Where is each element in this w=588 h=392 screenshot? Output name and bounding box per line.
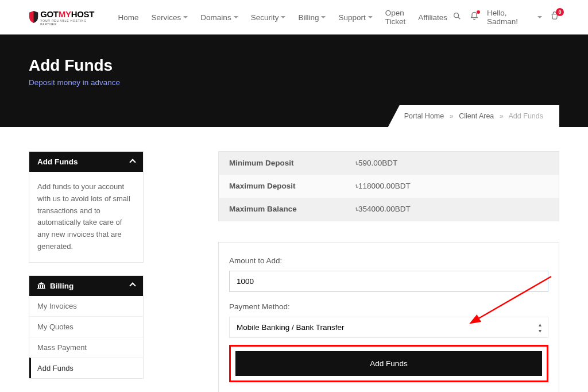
add-funds-panel: Add Funds Add funds to your account with… <box>29 151 144 263</box>
breadcrumb-home[interactable]: Portal Home <box>404 112 444 120</box>
cart-badge: 0 <box>556 8 564 16</box>
info-label: Maximum Balance <box>229 205 355 214</box>
info-label: Maximum Deposit <box>229 182 355 191</box>
nav-support[interactable]: Support <box>333 4 377 30</box>
nav-security[interactable]: Security <box>246 4 291 30</box>
payment-method-select[interactable]: Mobile Banking / Bank Transfer <box>229 317 548 338</box>
page-title: Add Funds <box>29 56 559 75</box>
svg-point-0 <box>454 13 459 18</box>
add-funds-panel-header[interactable]: Add Funds <box>29 152 143 172</box>
notification-dot <box>477 10 480 14</box>
add-funds-form: Amount to Add: Payment Method: Mobile Ba… <box>218 242 559 392</box>
billing-panel-title: Billing <box>50 282 74 290</box>
logo-tagline: YOUR RELIABLE HOSTING PARTNER <box>40 19 101 26</box>
sidebar-item-quotes[interactable]: My Quotes <box>29 316 143 337</box>
caret-icon <box>321 16 326 18</box>
top-nav: GOTMYHOST YOUR RELIABLE HOSTING PARTNER … <box>0 0 588 34</box>
sidebar-item-invoices[interactable]: My Invoices <box>29 296 143 316</box>
info-value: ৳118000.00BDT <box>355 182 411 191</box>
nav-open-ticket[interactable]: Open Ticket <box>380 4 411 30</box>
logo-text-1: GOT <box>40 9 59 19</box>
info-row-max-balance: Maximum Balance ৳354000.00BDT <box>219 198 559 221</box>
billing-panel-header[interactable]: Billing <box>29 276 143 296</box>
logo-text-2: MY <box>59 9 71 19</box>
logo-shield-icon <box>29 11 38 24</box>
sidebar-item-mass-payment[interactable]: Mass Payment <box>29 337 143 358</box>
logo[interactable]: GOTMYHOST YOUR RELIABLE HOSTING PARTNER <box>29 9 102 26</box>
svg-rect-4 <box>42 285 43 288</box>
main-nav: Home Services Domains Security Billing S… <box>113 4 452 30</box>
add-funds-panel-title: Add Funds <box>37 157 78 166</box>
caret-icon <box>537 16 542 18</box>
chevron-up-icon <box>129 283 136 289</box>
breadcrumb: Portal Home » Client Area » Add Funds <box>388 105 559 127</box>
nav-home-label: Home <box>118 13 139 22</box>
notifications-icon[interactable] <box>470 11 479 23</box>
nav-affiliates-label: Affiliates <box>418 13 447 22</box>
sidebar-item-add-funds[interactable]: Add Funds <box>29 358 143 378</box>
cart-icon[interactable]: 0 <box>550 11 559 23</box>
billing-menu: My Invoices My Quotes Mass Payment Add F… <box>29 296 143 378</box>
breadcrumb-client[interactable]: Client Area <box>459 112 494 120</box>
amount-label: Amount to Add: <box>229 256 548 265</box>
sidebar: Add Funds Add funds to your account with… <box>29 151 144 392</box>
nav-security-label: Security <box>251 13 279 22</box>
svg-rect-6 <box>37 289 45 290</box>
svg-line-1 <box>458 17 460 19</box>
info-row-min-deposit: Minimum Deposit ৳590.00BDT <box>219 152 559 175</box>
breadcrumb-sep: » <box>500 112 504 120</box>
caret-icon <box>368 16 373 18</box>
breadcrumb-current: Add Funds <box>509 112 543 120</box>
search-icon[interactable] <box>452 11 462 23</box>
page-subtitle: Deposit money in advance <box>29 78 559 87</box>
caret-icon <box>234 16 238 18</box>
chevron-up-icon <box>129 159 136 165</box>
header-right: Hello, Sadman! 0 <box>452 9 559 26</box>
nav-affiliates[interactable]: Affiliates <box>413 4 452 30</box>
svg-rect-3 <box>40 285 41 288</box>
logo-text-3: HOST <box>71 9 94 19</box>
breadcrumb-sep: » <box>450 112 454 120</box>
info-label: Minimum Deposit <box>229 159 355 168</box>
svg-rect-2 <box>38 285 39 288</box>
svg-rect-5 <box>44 285 45 288</box>
user-greeting: Hello, Sadman! <box>487 9 535 26</box>
deposit-limits-table: Minimum Deposit ৳590.00BDT Maximum Depos… <box>218 151 559 221</box>
info-row-max-deposit: Maximum Deposit ৳118000.00BDT <box>219 175 559 198</box>
nav-support-label: Support <box>338 13 365 22</box>
nav-home[interactable]: Home <box>113 4 144 30</box>
bank-icon <box>37 282 45 289</box>
user-menu[interactable]: Hello, Sadman! <box>487 9 542 26</box>
info-value: ৳354000.00BDT <box>355 205 411 214</box>
info-value: ৳590.00BDT <box>355 159 397 168</box>
annotation-highlight: Add Funds <box>229 345 548 382</box>
caret-icon <box>183 16 188 18</box>
nav-billing-label: Billing <box>298 13 319 22</box>
amount-input[interactable] <box>229 271 548 292</box>
nav-domains[interactable]: Domains <box>195 4 243 30</box>
content: Minimum Deposit ৳590.00BDT Maximum Depos… <box>218 151 559 392</box>
add-funds-panel-body: Add funds to your account with us to avo… <box>29 172 143 262</box>
nav-billing[interactable]: Billing <box>293 4 331 30</box>
payment-method-label: Payment Method: <box>229 302 548 311</box>
add-funds-button[interactable]: Add Funds <box>235 351 542 376</box>
billing-panel: Billing My Invoices My Quotes Mass Payme… <box>29 275 144 379</box>
nav-open-ticket-label: Open Ticket <box>385 9 406 26</box>
caret-icon <box>281 16 285 18</box>
nav-services[interactable]: Services <box>146 4 194 30</box>
page-hero: Add Funds Deposit money in advance Porta… <box>0 34 588 127</box>
main-content: Add Funds Add funds to your account with… <box>0 127 588 392</box>
nav-domains-label: Domains <box>200 13 231 22</box>
nav-services-label: Services <box>152 13 181 22</box>
